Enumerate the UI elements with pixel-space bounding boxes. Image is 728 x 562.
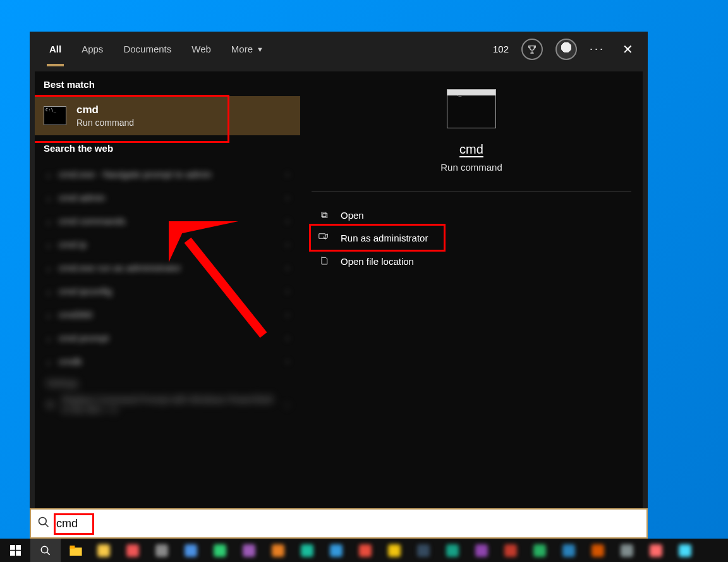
settings-icon: ⚙ <box>46 400 54 410</box>
chevron-right-icon: › <box>286 333 289 343</box>
web-result-item[interactable]: ⌕cmd prompt› <box>35 326 300 350</box>
search-icon: ⌕ <box>46 286 51 296</box>
web-result-item[interactable]: ⌕cmd ipconfig› <box>35 279 300 303</box>
action-open-file-location[interactable]: Open file location <box>312 250 631 273</box>
best-match-title: cmd <box>76 104 134 116</box>
taskbar <box>0 539 728 562</box>
svg-line-9 <box>47 552 50 555</box>
start-search-panel: All Apps Documents Web More▼ 102 ··· ✕ B… <box>30 32 648 539</box>
preview-title[interactable]: cmd <box>459 142 483 157</box>
open-icon: ⧉ <box>318 209 331 221</box>
search-icon: ⌕ <box>46 169 51 180</box>
cmd-icon <box>44 106 66 125</box>
search-icon: ⌕ <box>46 357 51 367</box>
search-icon: ⌕ <box>46 333 51 343</box>
divider <box>312 192 631 192</box>
svg-point-8 <box>41 546 48 553</box>
web-result-item[interactable]: ⌕cmd.exe - Navigate prompt to admin› <box>35 162 300 186</box>
search-input[interactable] <box>56 517 640 530</box>
preview-subtitle: Run command <box>440 162 502 173</box>
search-icon: ⌕ <box>46 310 51 320</box>
tab-all[interactable]: All <box>39 32 71 66</box>
taskbar-apps-blurred <box>91 544 728 557</box>
cmd-large-icon <box>447 89 496 128</box>
user-avatar[interactable] <box>555 39 577 60</box>
search-input-bar[interactable] <box>30 508 648 539</box>
svg-rect-6 <box>10 551 15 556</box>
more-options-icon[interactable]: ··· <box>590 42 605 56</box>
web-result-item[interactable]: ⌕cmd.exe run as administrator› <box>35 256 300 279</box>
taskbar-search-button[interactable] <box>30 539 61 562</box>
best-match-label: Best match <box>35 71 300 96</box>
web-result-item[interactable]: ⌕cmd360› <box>35 303 300 326</box>
tab-documents[interactable]: Documents <box>113 32 181 66</box>
svg-line-3 <box>46 523 49 527</box>
web-result-item[interactable]: ⌕cmd admin› <box>35 186 300 209</box>
search-icon: ⌕ <box>46 263 51 273</box>
web-result-item[interactable]: ⌕cmdb› <box>35 350 300 373</box>
chevron-down-icon: ▼ <box>257 46 264 53</box>
result-preview-column: cmd Run command ⧉ Open Run as administra… <box>300 71 643 508</box>
chevron-right-icon: › <box>286 286 289 296</box>
best-match-result[interactable]: cmd Run command <box>35 96 300 135</box>
close-icon[interactable]: ✕ <box>617 42 638 57</box>
chevron-right-icon: › <box>286 310 289 319</box>
action-run-as-administrator[interactable]: Run as administrator <box>312 226 631 250</box>
svg-rect-10 <box>70 547 82 556</box>
settings-result-item[interactable]: ⚙Replace Command Prompt with Windows Pow… <box>46 394 289 415</box>
admin-shield-icon <box>318 232 331 244</box>
rewards-count: 102 <box>493 44 509 54</box>
chevron-right-icon: › <box>286 357 289 366</box>
web-results-list: ⌕cmd.exe - Navigate prompt to admin› ⌕cm… <box>35 160 300 508</box>
results-left-column: Best match cmd Run command Search the we… <box>35 71 300 508</box>
folder-icon <box>318 255 331 267</box>
search-icon: ⌕ <box>46 193 51 203</box>
tab-more[interactable]: More▼ <box>221 32 274 66</box>
search-web-label: Search the web <box>35 135 300 160</box>
tab-web[interactable]: Web <box>181 32 221 66</box>
chevron-right-icon: › <box>286 216 289 226</box>
chevron-right-icon: › <box>286 193 289 202</box>
svg-point-2 <box>39 517 47 525</box>
chevron-right-icon: › <box>286 400 289 410</box>
start-button[interactable] <box>0 539 30 562</box>
rewards-trophy-icon[interactable] <box>521 39 543 60</box>
search-icon <box>37 516 50 532</box>
taskbar-file-explorer[interactable] <box>61 539 91 562</box>
chevron-right-icon: › <box>286 169 289 179</box>
search-icon: ⌕ <box>46 216 51 226</box>
web-result-item[interactable]: ⌕cmd ip› <box>35 233 300 256</box>
chevron-right-icon: › <box>286 240 289 249</box>
search-tabs: All Apps Documents Web More▼ 102 ··· ✕ <box>30 32 648 66</box>
settings-label: Settings <box>46 378 289 388</box>
svg-rect-4 <box>10 545 15 550</box>
web-result-item[interactable]: ⌕cmd commands› <box>35 209 300 233</box>
svg-rect-11 <box>70 546 75 549</box>
tab-apps[interactable]: Apps <box>71 32 113 66</box>
best-match-subtitle: Run command <box>76 118 134 128</box>
search-icon: ⌕ <box>46 240 51 250</box>
svg-rect-7 <box>16 551 21 556</box>
chevron-right-icon: › <box>286 263 289 272</box>
action-open[interactable]: ⧉ Open <box>312 204 631 226</box>
svg-rect-5 <box>16 545 21 550</box>
